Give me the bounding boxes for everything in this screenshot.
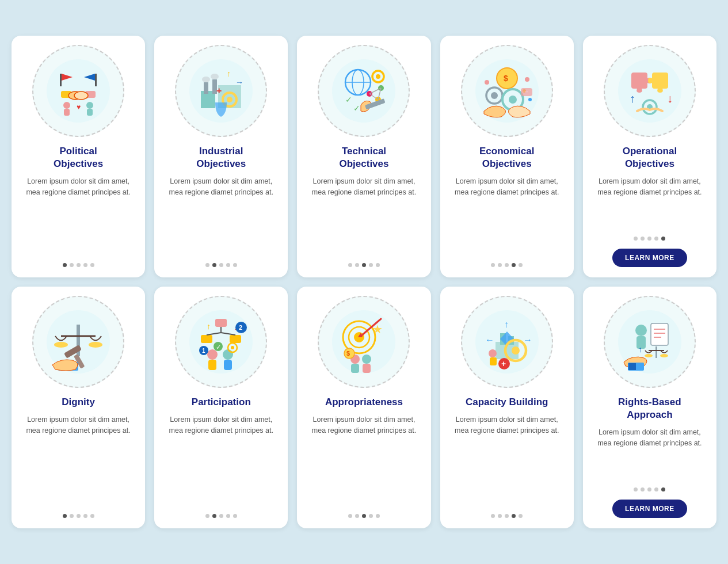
appropriateness-dots bbox=[348, 514, 380, 518]
svg-point-49 bbox=[525, 77, 529, 82]
industrial-text: Lorem ipsum dolor sit dim amet, mea regi… bbox=[162, 176, 280, 255]
svg-rect-7 bbox=[95, 74, 97, 86]
card-technical: ✓ ✓ TechnicalObjectives Lorem ipsum dolo… bbox=[297, 36, 430, 277]
capacity-icon-circle: ↑ ← → + bbox=[461, 296, 553, 388]
svg-text:→: → bbox=[235, 78, 243, 87]
dot-3 bbox=[512, 263, 516, 267]
svg-text:♥: ♥ bbox=[77, 103, 81, 111]
svg-text:1: 1 bbox=[202, 348, 205, 354]
svg-point-19 bbox=[202, 77, 210, 82]
svg-point-113 bbox=[512, 346, 520, 355]
svg-rect-82 bbox=[208, 360, 216, 370]
dot-0 bbox=[348, 514, 352, 518]
svg-point-65 bbox=[89, 342, 102, 348]
card-economical: $ ··· EconomicalObjectives Lorem ipsu bbox=[440, 36, 574, 277]
svg-text:+: + bbox=[216, 86, 222, 96]
dignity-dots bbox=[63, 514, 94, 518]
svg-text:+: + bbox=[501, 359, 506, 368]
political-icon-circle: ♥ bbox=[32, 45, 124, 137]
svg-text:✓: ✓ bbox=[216, 344, 221, 350]
svg-point-47 bbox=[509, 96, 517, 104]
dot-2 bbox=[77, 514, 81, 518]
svg-text:↑: ↑ bbox=[630, 92, 635, 105]
rights-title: Rights-BasedApproach bbox=[618, 396, 681, 421]
svg-point-26 bbox=[332, 59, 395, 123]
dot-1 bbox=[212, 263, 216, 267]
economical-title: EconomicalObjectives bbox=[479, 145, 534, 170]
dot-0 bbox=[634, 237, 638, 241]
svg-point-116 bbox=[489, 349, 497, 357]
operational-learn-more-button[interactable]: LEARN MORE bbox=[612, 249, 687, 267]
dot-4 bbox=[519, 263, 523, 267]
svg-point-64 bbox=[54, 342, 68, 348]
dignity-text: Lorem ipsum dolor sit dim amet, mea regi… bbox=[20, 414, 137, 506]
svg-text:↓: ↓ bbox=[667, 92, 673, 105]
dot-1 bbox=[355, 263, 359, 267]
dot-3 bbox=[226, 263, 230, 267]
card-operational: ↑ ↓ OperationalObjectives Lorem ipsum do… bbox=[583, 36, 716, 277]
rights-learn-more-button[interactable]: LEARN MORE bbox=[612, 500, 687, 518]
svg-text:←: ← bbox=[485, 335, 494, 345]
svg-rect-101 bbox=[363, 364, 371, 373]
dot-3 bbox=[369, 514, 373, 518]
capacity-text: Lorem ipsum dolor sit dim amet, mea regi… bbox=[448, 414, 566, 506]
economical-text: Lorem ipsum dolor sit dim amet, mea regi… bbox=[448, 176, 566, 255]
political-title: PoliticalObjectives bbox=[54, 145, 103, 170]
svg-rect-84 bbox=[224, 360, 232, 370]
dot-4 bbox=[233, 263, 237, 267]
svg-rect-131 bbox=[628, 363, 636, 370]
appropriateness-icon-circle: ★ $ bbox=[318, 296, 410, 388]
dot-3 bbox=[226, 514, 230, 518]
dot-0 bbox=[205, 514, 209, 518]
svg-point-45 bbox=[491, 92, 498, 99]
participation-dots bbox=[205, 514, 237, 518]
card-political: ♥ PoliticalObjectives Lorem ipsum dolor … bbox=[12, 36, 145, 277]
dot-1 bbox=[70, 514, 74, 518]
card-capacity: ↑ ← → + Capacity Building Lore bbox=[440, 287, 574, 528]
svg-rect-125 bbox=[655, 346, 657, 358]
dot-3 bbox=[654, 237, 658, 241]
svg-point-31 bbox=[376, 74, 380, 79]
svg-point-119 bbox=[635, 325, 647, 336]
svg-rect-55 bbox=[631, 73, 647, 89]
svg-rect-73 bbox=[230, 335, 241, 343]
svg-rect-117 bbox=[490, 357, 497, 365]
dot-4 bbox=[376, 514, 380, 518]
industrial-icon-circle: ↑ → + bbox=[175, 45, 267, 137]
dot-3 bbox=[654, 487, 658, 491]
svg-point-51 bbox=[528, 98, 532, 101]
operational-icon-circle: ↑ ↓ bbox=[604, 45, 696, 137]
card-rights: ↑ Rights-BasedApproach Lorem ipsum dolor… bbox=[583, 287, 716, 528]
svg-rect-121 bbox=[651, 323, 668, 345]
appropriateness-title: Appropriateness bbox=[325, 396, 403, 409]
dot-2 bbox=[647, 487, 651, 491]
dot-3 bbox=[512, 514, 516, 518]
dot-0 bbox=[63, 263, 67, 267]
svg-point-48 bbox=[485, 80, 489, 85]
card-grid: ♥ PoliticalObjectives Lorem ipsum dolor … bbox=[12, 36, 716, 528]
dot-4 bbox=[90, 514, 94, 518]
svg-text:↑: ↑ bbox=[504, 319, 509, 329]
dot-4 bbox=[233, 514, 237, 518]
svg-rect-72 bbox=[201, 335, 212, 343]
economical-dots bbox=[491, 263, 523, 267]
svg-text:···: ··· bbox=[523, 89, 528, 95]
rights-dots bbox=[634, 487, 665, 491]
dot-1 bbox=[641, 237, 645, 241]
dot-2 bbox=[505, 263, 509, 267]
svg-point-81 bbox=[207, 349, 218, 360]
svg-text:2: 2 bbox=[239, 324, 242, 331]
dot-0 bbox=[348, 263, 352, 267]
svg-point-127 bbox=[645, 354, 653, 357]
rights-icon-circle: ↑ bbox=[604, 296, 696, 388]
svg-text:$: $ bbox=[346, 350, 350, 357]
dot-0 bbox=[491, 514, 495, 518]
dot-4 bbox=[90, 263, 94, 267]
political-text: Lorem ipsum dolor sit dim amet, mea regi… bbox=[20, 176, 137, 255]
svg-rect-12 bbox=[87, 109, 93, 116]
svg-point-11 bbox=[86, 102, 93, 109]
dot-2 bbox=[219, 263, 223, 267]
svg-point-83 bbox=[223, 349, 233, 360]
participation-text: Lorem ipsum dolor sit dim amet, mea regi… bbox=[162, 414, 280, 506]
political-dots bbox=[63, 263, 94, 267]
